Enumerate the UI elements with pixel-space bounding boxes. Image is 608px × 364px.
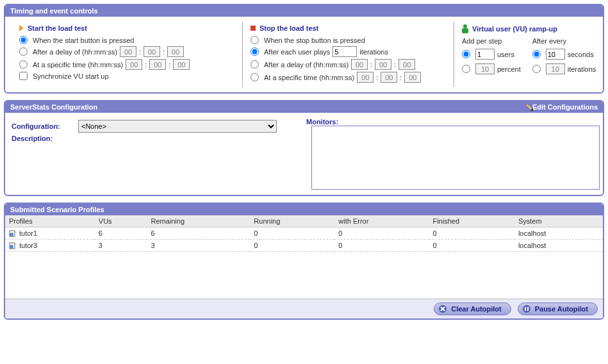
stop-iterations-input[interactable] [333, 46, 357, 57]
stop-delay-ss[interactable] [398, 59, 415, 70]
start-radio-button-pressed[interactable] [19, 36, 28, 44]
svg-point-3 [10, 245, 13, 249]
start-radio-time[interactable] [19, 60, 28, 69]
ramp-addper-label: Add per step [462, 37, 521, 45]
stop-icon [251, 26, 256, 31]
timing-panel: Timing and event controls Start the load… [4, 4, 604, 94]
ramp-heading: Virtual user (VU) ramp-up [462, 24, 596, 33]
start-time-ss[interactable] [173, 59, 190, 70]
ramp-percent-radio[interactable] [462, 65, 470, 73]
sync-vu-checkbox[interactable] [19, 72, 28, 80]
serverstats-panel: ServerStats Configuration Edit Configura… [4, 100, 604, 196]
ramp-iter-input[interactable] [546, 63, 565, 74]
ramp-afterevery-label: After every [532, 37, 596, 45]
pencil-icon [527, 104, 532, 110]
column-header[interactable]: Remaining [147, 215, 250, 228]
person-icon [462, 24, 468, 33]
profile-icon [9, 242, 17, 249]
configuration-select[interactable]: <None> [78, 120, 277, 133]
profile-icon [9, 229, 17, 237]
column-header[interactable]: Finished [429, 215, 514, 228]
svg-rect-7 [527, 307, 529, 311]
stop-radio-button-pressed[interactable] [251, 36, 259, 44]
pause-autopilot-button[interactable]: Pause Autopilot [518, 302, 598, 315]
profiles-title: Submitted Scenario Profiles [5, 204, 603, 215]
monitors-box[interactable] [311, 126, 600, 190]
column-header[interactable]: VUs [95, 215, 147, 228]
stop-radio-iterations[interactable] [251, 47, 259, 56]
timing-panel-title: Timing and event controls [5, 5, 603, 17]
pause-icon [522, 304, 531, 313]
monitors-label: Monitors: [306, 118, 338, 126]
start-time-mm[interactable] [149, 59, 166, 70]
stop-time-mm[interactable] [381, 72, 397, 83]
ramp-users-input[interactable] [475, 49, 495, 60]
button-bar: Clear Autopilot Pause Autopilot [5, 299, 603, 318]
stop-radio-delay[interactable] [251, 60, 259, 69]
svg-point-5 [523, 305, 530, 313]
stop-heading: Stop the load test [251, 24, 446, 32]
start-delay-ss[interactable] [167, 46, 184, 57]
ramp-users-radio[interactable] [462, 50, 470, 58]
clear-icon [438, 304, 447, 313]
play-icon [19, 25, 24, 31]
table-row[interactable]: tutor166000localhost [5, 228, 603, 240]
config-label: Configuration: [12, 122, 76, 130]
column-header[interactable]: Profiles [5, 215, 95, 228]
table-row[interactable]: tutor333000localhost [5, 240, 603, 252]
stop-delay-mm[interactable] [375, 59, 391, 70]
edit-configurations-link[interactable]: Edit Configurations [529, 103, 598, 111]
ramp-percent-input[interactable] [475, 63, 495, 74]
start-time-hh[interactable] [126, 59, 142, 70]
stop-delay-hh[interactable] [351, 59, 368, 70]
serverstats-title: ServerStats Configuration Edit Configura… [5, 101, 603, 113]
start-radio-delay[interactable] [19, 47, 28, 56]
svg-point-1 [10, 233, 13, 236]
ramp-seconds-radio[interactable] [532, 50, 541, 58]
column-header[interactable]: with Error [334, 215, 429, 228]
stop-radio-time[interactable] [251, 73, 259, 81]
profiles-table: ProfilesVUsRemainingRunningwith ErrorFin… [5, 215, 603, 252]
column-header[interactable]: Running [250, 215, 334, 228]
start-heading: Start the load test [19, 24, 234, 32]
clear-autopilot-button[interactable]: Clear Autopilot [434, 302, 511, 315]
start-delay-mm[interactable] [144, 46, 160, 57]
description-label: Description: [12, 135, 53, 142]
stop-time-ss[interactable] [404, 72, 421, 83]
ramp-iter-radio[interactable] [532, 65, 541, 73]
ramp-seconds-input[interactable] [546, 49, 565, 60]
stop-time-hh[interactable] [357, 72, 374, 83]
profiles-panel: Submitted Scenario Profiles ProfilesVUsR… [4, 203, 604, 320]
svg-rect-6 [525, 307, 526, 311]
column-header[interactable]: System [514, 215, 603, 228]
start-delay-hh[interactable] [120, 46, 136, 57]
